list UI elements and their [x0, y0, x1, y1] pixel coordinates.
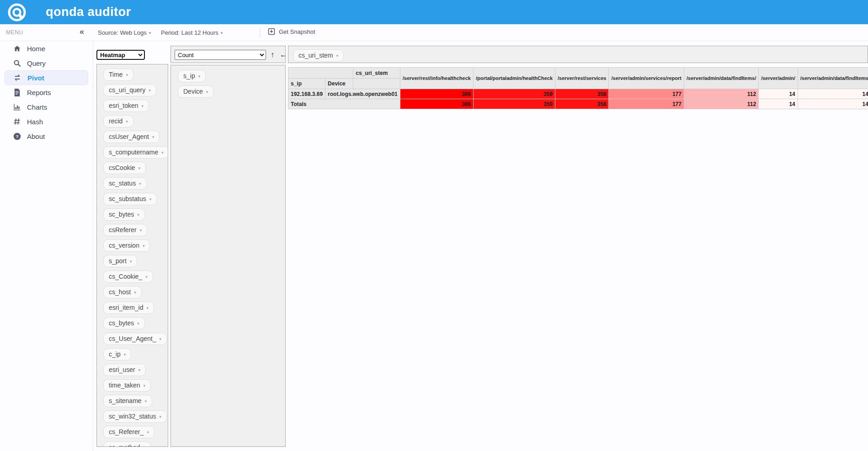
caret-down-icon: ▾ [147, 430, 149, 435]
search-icon [13, 59, 21, 67]
field-pill-cs_User_Agent_[interactable]: cs_User_Agent_▾ [103, 333, 167, 345]
column-fields-panel: cs_uri_stem▾ [288, 46, 868, 63]
field-pill-sc_win32_status[interactable]: sc_win32_status▾ [103, 410, 167, 423]
sidebar-item-charts[interactable]: Charts [0, 100, 93, 114]
row-attr-label: s_ip [288, 79, 325, 89]
field-pill-sc_substatus[interactable]: sc_substatus▾ [103, 193, 157, 205]
col-header: /server/rest/info/healthcheck [400, 68, 473, 89]
field-pill-label: esri_item_id [109, 304, 143, 311]
field-pill-label: s_sitename [109, 397, 142, 404]
caret-down-icon: ▾ [145, 275, 148, 279]
field-pill-sc_bytes[interactable]: sc_bytes▾ [103, 208, 145, 221]
source-dropdown[interactable]: Source: Web Logs▾ [98, 29, 151, 36]
field-pill-s_sitename[interactable]: s_sitename▾ [103, 395, 152, 407]
caret-down-icon: ▾ [152, 135, 154, 139]
heat-cell: 177 [609, 89, 684, 99]
field-pill-s_port[interactable]: s_port▾ [103, 255, 137, 267]
heat-cell: 358 [555, 89, 609, 99]
chevron-double-left-icon[interactable]: « [80, 27, 84, 37]
field-pill-time_taken[interactable]: time_taken▾ [103, 379, 151, 392]
field-pill-label: csCookie [109, 164, 135, 171]
aggregator-select[interactable]: Count [175, 50, 266, 60]
total-heat-cell: 14 [798, 99, 868, 109]
total-heat-cell: 14 [759, 99, 798, 109]
col-header: /server/admin/ [759, 68, 798, 89]
row-attr-label: Device [325, 79, 353, 89]
field-pill-s_computername[interactable]: s_computername▾ [103, 146, 168, 159]
col-attr-label: cs_uri_stem [353, 68, 400, 79]
field-pill-label: cs_Referer_ [109, 428, 144, 435]
field-pill-Device[interactable]: Device▾ [178, 85, 213, 98]
pivot-blank-cell [288, 68, 353, 79]
app-header: qonda auditor [0, 0, 868, 24]
field-pill-label: cs_method [109, 444, 140, 447]
get-snapshot-button[interactable]: Get Snapshot [268, 28, 315, 35]
field-pill-label: sc_substatus [109, 195, 146, 202]
caret-down-icon: ▾ [161, 150, 164, 155]
caret-down-icon: ▾ [126, 119, 128, 124]
svg-text:?: ? [16, 134, 18, 139]
sidebar-menu: HomeQueryPivotReportsChartsHash?About [0, 41, 93, 143]
pivot-data-row: 192.168.3.69root.logs.web.openzweb013863… [288, 89, 868, 99]
field-pill-cs_uri_stem[interactable]: cs_uri_stem▾ [293, 49, 344, 62]
col-header: /server/admin/data/findItems [798, 68, 868, 89]
caret-down-icon: ▾ [143, 446, 145, 447]
arrow-left-icon[interactable]: ← [280, 50, 287, 60]
field-pill-cs_uri_query[interactable]: cs_uri_query▾ [103, 84, 156, 96]
renderer-select[interactable]: Heatmap [96, 50, 145, 60]
caret-down-icon: ▾ [130, 259, 132, 264]
app-title: qonda auditor [46, 5, 131, 19]
sidebar-item-hash[interactable]: Hash [0, 114, 93, 129]
field-pill-label: c_ip [109, 350, 121, 358]
sidebar-item-home[interactable]: Home [0, 41, 93, 56]
col-header: /server/admin/data/findItems/ [684, 68, 758, 89]
about-icon: ? [13, 132, 21, 140]
sidebar-item-label: Reports [27, 89, 51, 96]
sidebar-item-label: About [27, 133, 45, 140]
pivot-icon [13, 74, 21, 82]
caret-down-icon: ▾ [160, 337, 162, 341]
get-snapshot-label: Get Snapshot [279, 28, 315, 35]
field-pill-csUser_Agent[interactable]: csUser_Agent▾ [103, 131, 160, 143]
field-pill-cs_method[interactable]: cs_method▾ [103, 441, 151, 447]
field-pill-s_ip[interactable]: s_ip▾ [178, 70, 206, 82]
pivot-blank-cell [353, 79, 400, 89]
caret-down-icon: ▾ [137, 321, 139, 326]
field-pill-csCookie[interactable]: csCookie▾ [103, 162, 146, 174]
caret-down-icon: ▾ [142, 104, 144, 108]
arrow-up-icon[interactable]: ↑ [271, 50, 274, 60]
field-pill-csReferer[interactable]: csReferer▾ [103, 224, 147, 236]
caret-down-icon: ▾ [140, 228, 142, 233]
sidebar-item-reports[interactable]: Reports [0, 85, 93, 100]
pivot-col-header-row: cs_uri_stem/server/rest/info/healthcheck… [288, 68, 868, 79]
aggregator-panel: Count ↑ ← [170, 46, 286, 63]
sidebar-item-label: Hash [27, 118, 43, 126]
field-pill-esri_item_id[interactable]: esri_item_id▾ [103, 302, 154, 314]
sidebar-item-about[interactable]: ?About [0, 129, 93, 143]
sidebar-item-pivot[interactable]: Pivot [5, 70, 88, 85]
field-pill-cs_version[interactable]: cs_version▾ [103, 239, 150, 252]
sidebar-item-label: Charts [27, 103, 47, 111]
caret-down-icon: ▾ [149, 31, 151, 35]
field-pill-Time[interactable]: Time▾ [103, 69, 133, 81]
period-dropdown[interactable]: Period: Last 12 Hours▾ [161, 29, 223, 36]
field-pill-cs_bytes[interactable]: cs_bytes▾ [103, 317, 145, 329]
row-fields-panel: s_ip▾Device▾ [170, 65, 286, 447]
pivot-totals-row: Totals3863593581771121414 [288, 99, 868, 109]
row-value-device: root.logs.web.openzweb01 [325, 89, 400, 99]
field-pill-cs_Referer_[interactable]: cs_Referer_▾ [103, 426, 154, 438]
source-dropdown-label: Source: Web Logs [98, 29, 147, 36]
field-pill-esri_token[interactable]: esri_token▾ [103, 100, 149, 112]
caret-down-icon: ▾ [146, 306, 149, 310]
totals-label: Totals [288, 99, 400, 109]
caret-down-icon: ▾ [126, 73, 128, 77]
field-pill-cs_Cookie_[interactable]: cs_Cookie_▾ [103, 271, 153, 283]
field-pill-sc_status[interactable]: sc_status▾ [103, 177, 147, 190]
sidebar-item-query[interactable]: Query [0, 56, 93, 70]
field-pill-recid[interactable]: recid▾ [103, 115, 133, 127]
field-pill-cs_host[interactable]: cs_host▾ [103, 286, 142, 298]
field-pill-label: recid [109, 117, 122, 125]
field-pill-label: cs_bytes [109, 319, 134, 327]
field-pill-esri_user[interactable]: esri_user▾ [103, 364, 146, 376]
field-pill-c_ip[interactable]: c_ip▾ [103, 348, 131, 361]
